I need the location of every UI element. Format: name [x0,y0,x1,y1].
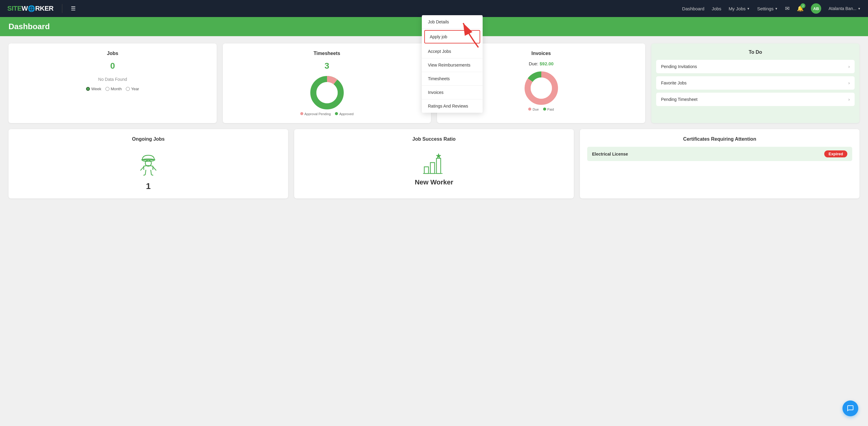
dropdown-item-invoices[interactable]: Invoices [422,86,483,99]
todo-title: To Do [651,43,860,60]
job-success-content: New Worker [302,147,566,186]
todo-item-favorite-jobs[interactable]: Favorite Jobs › [656,76,855,90]
ongoing-jobs-content: 1 [16,147,281,191]
todo-chevron-icon-2: › [848,80,850,86]
nav-settings-dropdown[interactable]: Settings ▼ [757,6,778,11]
jobs-count: 0 [16,61,209,71]
todo-chevron-icon-1: › [848,64,850,69]
nav-dashboard[interactable]: Dashboard [682,6,704,11]
user-chevron-icon: ▼ [858,7,861,10]
todo-item-pending-timesheet[interactable]: Pending Timesheet › [656,93,855,106]
brand: SITEW🌐RKER ☰ [7,4,76,13]
ongoing-jobs-count: 1 [146,182,151,191]
radio-year[interactable]: Year [126,87,139,91]
nav-settings-label: Settings [757,6,773,11]
chat-button[interactable] [842,400,858,416]
todo-items: Pending Invitations › Favorite Jobs › Pe… [651,60,860,112]
jobs-card-title: Jobs [16,51,209,56]
my-jobs-chevron-icon: ▼ [747,7,750,10]
dropdown-item-accept-jobs[interactable]: Accept Jobs [422,45,483,58]
ongoing-jobs-card: Ongoing Jobs [8,129,288,198]
job-success-label: New Worker [415,178,454,186]
settings-chevron-icon: ▼ [775,7,778,10]
notification-bell-icon[interactable]: 🔔 2 [797,5,804,12]
svg-rect-15 [424,167,429,173]
todo-favorite-jobs-label: Favorite Jobs [661,80,687,86]
jobs-no-data: No Data Found [16,77,209,82]
svg-line-13 [144,175,145,175]
dropdown-item-timesheets[interactable]: Timesheets [422,72,483,86]
myjobs-dropdown-menu: Job Details Apply job Accept Jobs View R… [422,15,483,113]
nav-jobs[interactable]: Jobs [712,6,721,11]
chat-icon [847,405,854,412]
invoice-due: Due: $92.00 [529,61,554,66]
hamburger-menu[interactable]: ☰ [71,5,76,12]
timesheets-card: Timesheets 3 Approval Pending Approved [223,43,431,123]
ongoing-count-value: 1 [146,182,151,191]
legend-approval-pending: Approval Pending [300,112,331,116]
certificates-card: Certificates Requiring Attention Electri… [580,129,860,198]
dropdown-item-job-details[interactable]: Job Details [422,15,483,29]
svg-line-10 [153,167,156,170]
bottom-row: Ongoing Jobs [8,129,860,198]
brand-logo: SITEW🌐RKER [7,5,54,12]
mail-icon[interactable]: ✉ [785,5,789,12]
user-menu-dropdown[interactable]: Atalanta Ban... ▼ [829,6,861,11]
dropdown-item-ratings-reviews[interactable]: Ratings And Reviews [422,99,483,113]
legend-paid: Paid [543,107,554,111]
todo-pending-timesheet-label: Pending Timesheet [661,97,698,102]
legend-approved: Approved [335,112,353,116]
timesheets-count: 3 [324,61,330,71]
nav-divider [62,4,62,13]
timesheets-donut: 3 Approval Pending Approved [230,61,424,116]
nav-right: Dashboard Jobs My Jobs ▼ Settings ▼ ✉ 🔔 … [682,3,861,14]
navbar: SITEW🌐RKER ☰ Dashboard Jobs My Jobs ▼ Se… [0,0,868,17]
svg-line-9 [141,167,144,170]
todo-pending-invitations-label: Pending Invitations [661,64,697,69]
job-success-title: Job Success Ratio [302,136,566,142]
invoices-legend: Due Paid [528,107,554,111]
svg-line-14 [151,175,153,175]
nav-my-jobs-label: My Jobs [728,6,746,11]
invoices-chart [523,70,560,106]
radio-month[interactable]: Month [105,87,122,91]
svg-rect-16 [430,163,435,173]
todo-card: To Do Pending Invitations › Favorite Job… [651,43,860,123]
svg-point-2 [316,82,338,103]
timesheets-chart [309,74,345,111]
dropdown-item-view-reimbursements[interactable]: View Reimbursements [422,58,483,72]
cert-item-electrical: Electrical License Expired [587,147,852,161]
certificates-title: Certificates Requiring Attention [587,136,852,142]
svg-line-11 [145,170,146,175]
nav-my-jobs-dropdown[interactable]: My Jobs ▼ [728,6,750,11]
cert-name: Electrical License [592,152,628,157]
jobs-radio-group: Week Month Year [16,87,209,91]
legend-due: Due [528,107,538,111]
timesheets-legend: Approval Pending Approved [300,112,354,116]
notification-badge: 2 [801,3,805,8]
todo-chevron-icon-3: › [848,97,850,102]
todo-item-pending-invitations[interactable]: Pending Invitations › [656,60,855,73]
jobs-card: Jobs 0 No Data Found Week Month Year [8,43,217,123]
ongoing-jobs-title: Ongoing Jobs [16,136,281,142]
job-success-card: Job Success Ratio New Worker [294,129,574,198]
svg-point-5 [531,77,552,99]
svg-rect-17 [436,158,441,173]
worker-icon [136,152,160,179]
dropdown-item-apply-job[interactable]: Apply job [424,30,480,43]
timesheets-card-title: Timesheets [230,51,424,56]
cert-status-badge: Expired [824,151,847,157]
invoice-amount: $92.00 [539,61,553,66]
user-name: Atalanta Ban... [829,6,857,11]
svg-marker-18 [436,154,441,158]
success-chart-icon [422,152,446,176]
radio-week[interactable]: Week [86,87,101,91]
svg-line-12 [151,170,151,175]
avatar[interactable]: AB [811,3,821,14]
